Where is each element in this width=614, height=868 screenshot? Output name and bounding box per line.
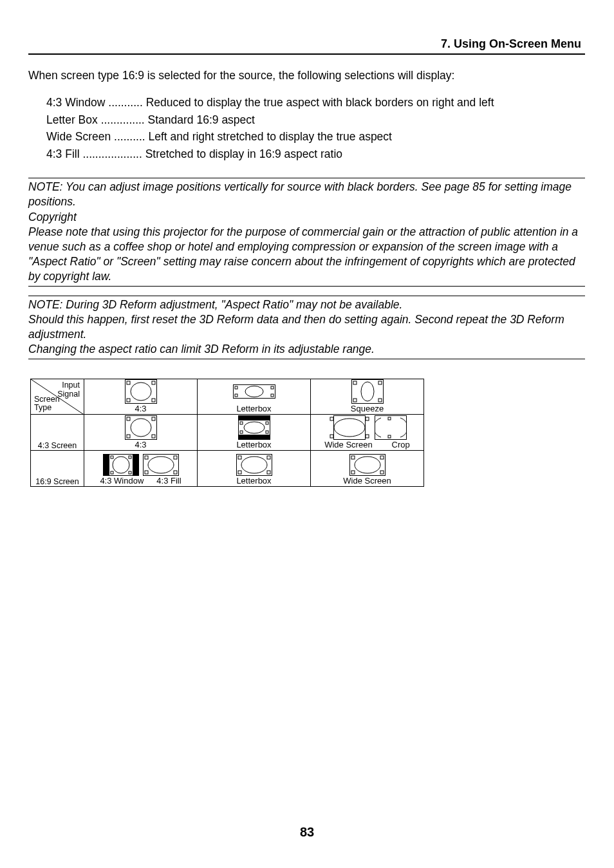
svg-point-8: [245, 386, 263, 397]
chapter-header: 7. Using On-Screen Menu: [28, 37, 585, 55]
screen-icon: [238, 415, 270, 440]
screen-icon: [125, 379, 157, 404]
svg-rect-52: [145, 456, 148, 459]
def-dots: ..........: [111, 130, 148, 143]
svg-rect-47: [129, 456, 131, 458]
svg-rect-3: [127, 381, 130, 384]
svg-rect-4: [152, 381, 155, 384]
svg-rect-21: [127, 417, 130, 420]
def-dots: ...................: [80, 147, 145, 160]
cell-label: 4:3 Window: [100, 476, 144, 485]
note-text: Changing the aspect ratio can limit 3D R…: [28, 342, 585, 357]
screen-icon: [125, 415, 157, 440]
table-cell: 4:3: [84, 415, 198, 451]
cell-label: 4:3: [135, 440, 146, 449]
svg-rect-12: [271, 394, 274, 397]
col-header: Letterbox: [198, 379, 311, 415]
svg-rect-26: [239, 416, 270, 420]
note-subhead: Copyright: [28, 210, 585, 225]
def-desc: Left and right stretched to display the …: [149, 130, 392, 143]
def-desc: Standard 16:9 aspect: [148, 113, 255, 126]
note-block-1: NOTE: You can adjust image positions ver…: [28, 178, 585, 287]
screen-icon: [233, 379, 275, 404]
svg-rect-59: [267, 456, 270, 459]
table-cell: Letterbox: [198, 451, 311, 487]
def-term: 4:3 Fill: [46, 147, 80, 160]
svg-point-20: [131, 419, 151, 437]
svg-rect-41: [388, 435, 391, 438]
col-header-label: 4:3: [135, 404, 146, 413]
screen-icon: [143, 454, 179, 476]
svg-rect-48: [111, 471, 113, 474]
cell-label: Wide Screen: [324, 440, 372, 449]
table-cell: 4:3 Window 4:3 Fill: [84, 451, 198, 487]
screen-icon: [349, 454, 386, 476]
svg-rect-50: [143, 455, 178, 476]
svg-rect-30: [266, 422, 268, 424]
svg-rect-31: [240, 431, 243, 433]
svg-rect-35: [330, 417, 333, 420]
svg-rect-29: [240, 422, 243, 424]
def-dots: ...........: [105, 96, 145, 109]
def-term: 4:3 Window: [46, 96, 105, 109]
svg-point-2: [131, 382, 151, 401]
col-header-label: Squeeze: [351, 404, 384, 413]
svg-rect-15: [353, 381, 357, 384]
intro-text: When screen type 16:9 is selected for th…: [28, 69, 585, 82]
row-header: 4:3 Screen: [30, 415, 84, 451]
svg-rect-37: [330, 435, 333, 438]
svg-rect-67: [380, 471, 384, 474]
svg-rect-58: [238, 456, 241, 459]
table-cell: Letterbox: [198, 415, 311, 451]
note-text: Please note that using this projector fo…: [28, 225, 585, 284]
col-header: 4:3: [84, 379, 198, 415]
table-cell: Wide Screen Crop: [311, 415, 424, 451]
svg-rect-5: [127, 399, 130, 402]
svg-rect-10: [271, 386, 274, 389]
corner-top-label: Input Signal: [57, 381, 80, 398]
def-term: Letter Box: [46, 113, 98, 126]
cell-label: Letterbox: [236, 476, 271, 485]
svg-rect-9: [235, 386, 237, 389]
def-dots: ..............: [98, 113, 148, 126]
row-header-label: 16:9 Screen: [35, 478, 79, 486]
screen-icon: [351, 379, 384, 404]
svg-rect-60: [238, 471, 241, 474]
aspect-ratio-table: Input Signal Screen Type 4:3: [30, 379, 424, 487]
svg-rect-62: [349, 455, 385, 476]
svg-rect-33: [333, 416, 365, 440]
svg-point-45: [113, 457, 129, 473]
screen-icon: [236, 454, 272, 476]
page-number: 83: [0, 825, 614, 840]
table-corner-cell: Input Signal Screen Type: [30, 379, 84, 415]
svg-rect-24: [152, 435, 155, 438]
cell-label: Letterbox: [236, 440, 271, 449]
svg-rect-7: [233, 385, 275, 399]
svg-rect-61: [267, 471, 270, 474]
note-block-2: NOTE: During 3D Reform adjustment, "Aspe…: [28, 296, 585, 359]
definition-list: 4:3 Window ........... Reduced to displa…: [46, 94, 585, 162]
def-desc: Stretched to display in 16:9 aspect rati…: [145, 147, 342, 160]
svg-rect-16: [378, 381, 382, 384]
def-term: Wide Screen: [46, 130, 111, 143]
col-header-label: Letterbox: [236, 404, 271, 413]
screen-icon: [328, 415, 371, 440]
svg-rect-27: [239, 435, 270, 439]
corner-bottom-label: Screen Type: [34, 395, 60, 412]
svg-rect-46: [111, 456, 113, 458]
svg-rect-53: [174, 456, 177, 459]
def-desc: Reduced to display the true aspect with …: [146, 96, 494, 109]
svg-rect-66: [351, 471, 355, 474]
note-text: NOTE: You can adjust image positions ver…: [28, 180, 585, 209]
svg-rect-54: [145, 471, 148, 474]
col-header: Squeeze: [311, 379, 424, 415]
svg-point-51: [148, 457, 174, 473]
svg-rect-56: [236, 455, 272, 476]
cell-label: Wide Screen: [343, 476, 391, 485]
svg-rect-49: [129, 471, 131, 474]
svg-rect-55: [174, 471, 177, 474]
svg-point-57: [241, 457, 267, 473]
svg-rect-17: [353, 399, 357, 402]
svg-rect-40: [388, 417, 391, 420]
row-header: 16:9 Screen: [30, 451, 84, 487]
